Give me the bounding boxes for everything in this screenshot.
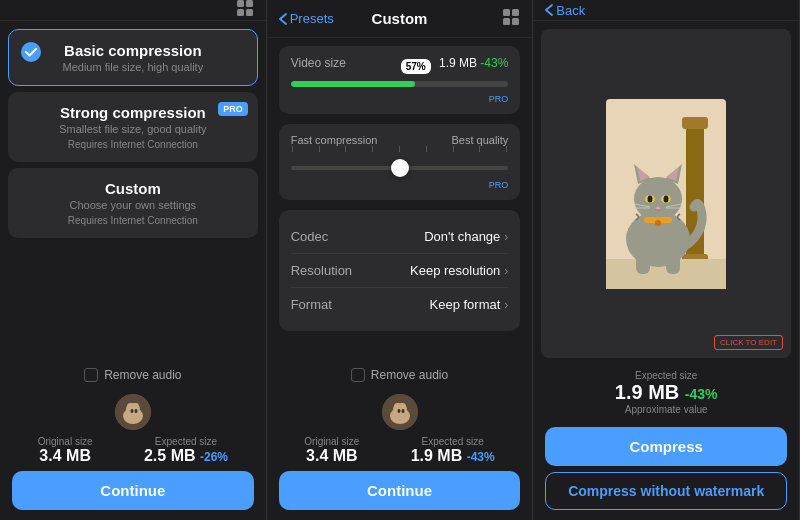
- original-size-info: Original size 3.4 MB: [38, 436, 93, 465]
- back-to-presets[interactable]: Presets: [279, 11, 334, 26]
- panel2-title: Custom: [372, 10, 428, 27]
- slider-fill: [291, 81, 415, 87]
- quality-slider[interactable]: [291, 156, 509, 180]
- svg-point-28: [634, 177, 682, 221]
- preset-strong-subtitle: Smallest file size, good quality: [22, 123, 244, 135]
- svg-rect-11: [503, 9, 510, 16]
- codec-label: Codec: [291, 229, 329, 244]
- svg-point-36: [664, 195, 669, 202]
- svg-point-21: [401, 409, 404, 413]
- video-size-row: Video size 1.9 MB -43%: [291, 56, 509, 70]
- svg-rect-39: [666, 254, 680, 274]
- avatar-panel1: [115, 394, 151, 430]
- compress-no-watermark-button[interactable]: Compress without watermark: [545, 472, 787, 510]
- resolution-value: Keep resolution ›: [410, 263, 508, 278]
- avatar-center-p2: [279, 394, 521, 430]
- svg-rect-1: [246, 0, 253, 7]
- svg-point-41: [655, 220, 661, 226]
- original-size-label-p2: Original size: [304, 436, 359, 447]
- format-row[interactable]: Format Keep format ›: [291, 288, 509, 321]
- preset-custom[interactable]: Custom Choose your own settings Requires…: [8, 168, 258, 238]
- original-size-value: 3.4 MB: [39, 447, 91, 465]
- grid-icon[interactable]: [236, 0, 254, 21]
- format-value: Keep format ›: [430, 297, 509, 312]
- best-quality-label: Best quality: [451, 134, 508, 146]
- tick-marks: [291, 146, 509, 152]
- codec-value: Don't change ›: [424, 229, 508, 244]
- watermark-badge[interactable]: CLICK TO EDIT: [714, 335, 783, 350]
- pro-badge-strong: PRO: [218, 102, 248, 116]
- back-from-preview[interactable]: Back: [545, 3, 585, 18]
- svg-point-9: [130, 409, 133, 413]
- video-size-value: 1.9 MB -43%: [439, 56, 508, 70]
- quality-thumb: [391, 159, 409, 177]
- svg-rect-14: [512, 18, 519, 25]
- chevron-right-resolution: ›: [504, 264, 508, 278]
- continue-button-p2[interactable]: Continue: [279, 471, 521, 510]
- tick-4: [372, 146, 373, 152]
- expected-size-value-p3: 1.9 MB -43%: [545, 381, 787, 404]
- svg-point-20: [397, 409, 400, 413]
- expected-size-info: Expected size 2.5 MB -26%: [144, 436, 228, 465]
- preset-list: Basic compression Medium file size, high…: [0, 21, 266, 362]
- preset-basic-title: Basic compression: [23, 42, 243, 59]
- resolution-row[interactable]: Resolution Keep resolution ›: [291, 254, 509, 288]
- continue-button-p1[interactable]: Continue: [12, 471, 254, 510]
- original-size-value-p2: 3.4 MB: [306, 447, 358, 465]
- expected-size-info-p2: Expected size 1.9 MB -43%: [411, 436, 495, 465]
- tick-7: [453, 146, 454, 152]
- panel1-header: [0, 0, 266, 21]
- preset-strong-warning: Requires Internet Connection: [22, 139, 244, 150]
- svg-rect-13: [503, 18, 510, 25]
- preset-custom-warning: Requires Internet Connection: [22, 215, 244, 226]
- preset-basic-subtitle: Medium file size, high quality: [23, 61, 243, 73]
- chevron-right-codec: ›: [504, 230, 508, 244]
- expected-size-value-p2: 1.9 MB -43%: [411, 447, 495, 465]
- preset-basic[interactable]: Basic compression Medium file size, high…: [8, 29, 258, 86]
- approx-label: Approximate value: [545, 404, 787, 415]
- tick-6: [426, 146, 427, 152]
- grid-icon-p2[interactable]: [502, 8, 520, 30]
- size-info-row-p2: Original size 3.4 MB Expected size 1.9 M…: [279, 436, 521, 465]
- panel-custom: Presets Custom Video size 1.9 MB -43%: [267, 0, 534, 520]
- panel3-bottom: Compress Compress without watermark: [533, 421, 799, 520]
- avatar-panel2: [382, 394, 418, 430]
- pro-label: PRO: [291, 94, 509, 104]
- original-size-info-p2: Original size 3.4 MB: [304, 436, 359, 465]
- panel1-bottom: Original size 3.4 MB Expected size 2.5 M…: [0, 388, 266, 520]
- expected-size-value-p1: 2.5 MB -26%: [144, 447, 228, 465]
- tick-3: [345, 146, 346, 152]
- fast-compression-label: Fast compression: [291, 134, 378, 146]
- preset-strong[interactable]: PRO Strong compression Smallest file siz…: [8, 92, 258, 162]
- video-size-section: Video size 1.9 MB -43% 57% PRO: [279, 46, 521, 114]
- compress-button[interactable]: Compress: [545, 427, 787, 466]
- quality-section: Fast compression Best quality PRO: [279, 124, 521, 200]
- expected-section: Expected size 1.9 MB -43% Approximate va…: [533, 366, 799, 421]
- codec-row[interactable]: Codec Don't change ›: [291, 220, 509, 254]
- video-size-label: Video size: [291, 56, 346, 70]
- format-label: Format: [291, 297, 332, 312]
- remove-audio-row: Remove audio: [0, 362, 266, 388]
- size-info-row-panel1: Original size 3.4 MB Expected size 2.5 M…: [12, 436, 254, 465]
- tick-1: [292, 146, 293, 152]
- remove-audio-checkbox[interactable]: [84, 368, 98, 382]
- expected-size-label-p3: Expected size: [545, 370, 787, 381]
- expected-size-label-p2: Expected size: [422, 436, 484, 447]
- custom-settings-area: Video size 1.9 MB -43% 57% PRO Fast comp…: [267, 38, 533, 362]
- cat-image: [606, 99, 726, 289]
- avatar-center: [12, 394, 254, 430]
- preset-strong-title: Strong compression: [22, 104, 244, 121]
- quality-row: Fast compression Best quality: [291, 134, 509, 146]
- slider-bubble: 57%: [401, 59, 431, 74]
- svg-rect-38: [636, 254, 650, 274]
- svg-rect-24: [682, 117, 708, 129]
- video-size-slider[interactable]: 57%: [291, 74, 509, 94]
- panel-preview: Back: [533, 0, 800, 520]
- pro-label-quality: PRO: [291, 180, 509, 190]
- preset-custom-title: Custom: [22, 180, 244, 197]
- svg-point-10: [134, 409, 137, 413]
- original-size-label: Original size: [38, 436, 93, 447]
- tick-2: [319, 146, 320, 152]
- expected-size-label-p1: Expected size: [155, 436, 217, 447]
- remove-audio-checkbox-p2[interactable]: [351, 368, 365, 382]
